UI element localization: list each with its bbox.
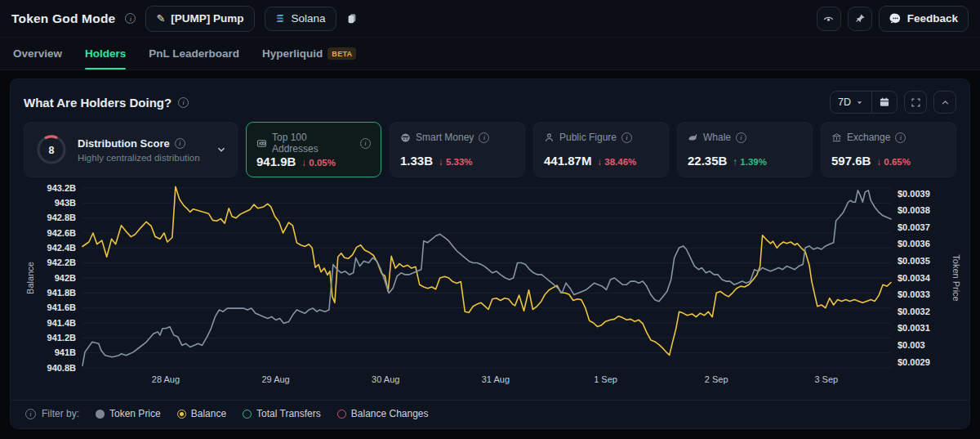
svg-text:941B: 941B xyxy=(55,347,76,357)
stat-card-value: 1.33B xyxy=(400,154,433,168)
svg-text:$0.0034: $0.0034 xyxy=(898,273,931,283)
range-control-group: 7D xyxy=(830,91,898,114)
tab-label: Overview xyxy=(13,47,62,60)
filter-option-label: Token Price xyxy=(109,408,161,419)
chat-bubble-icon xyxy=(889,12,902,25)
info-icon[interactable] xyxy=(360,138,371,149)
svg-text:$0.0037: $0.0037 xyxy=(898,222,930,232)
svg-text:943.2B: 943.2B xyxy=(47,184,77,193)
svg-text:942.6B: 942.6B xyxy=(47,228,77,238)
whale-icon xyxy=(688,132,698,143)
stat-card-value: 597.6B xyxy=(831,154,871,168)
info-icon[interactable] xyxy=(25,409,36,419)
tab-pnl-leaderboard[interactable]: PnL Leaderboard xyxy=(149,38,239,69)
distribution-score-title: Distribution Score xyxy=(78,137,170,150)
filter-option-total-transfers[interactable]: Total Transfers xyxy=(243,408,321,419)
copy-address-button[interactable] xyxy=(346,12,358,25)
stat-card-exchange[interactable]: Exchange 597.6B ↓ 0.65% xyxy=(821,122,956,177)
info-icon[interactable] xyxy=(736,132,746,143)
svg-text:940.8B: 940.8B xyxy=(47,363,77,373)
info-icon[interactable] xyxy=(178,97,189,108)
stat-card-label: Whale xyxy=(703,132,731,143)
eye-icon xyxy=(822,12,835,25)
svg-text:$0.0039: $0.0039 xyxy=(898,189,930,199)
stat-card-label: Smart Money xyxy=(416,132,474,143)
info-icon[interactable] xyxy=(621,132,632,143)
filter-dot-inner xyxy=(180,412,184,416)
svg-text:$0.0029: $0.0029 xyxy=(898,357,930,367)
info-icon[interactable] xyxy=(895,132,906,143)
tab-label: Hyperliquid xyxy=(262,47,323,60)
filter-option-label: Balance xyxy=(191,408,226,419)
filter-option-label: Balance Changes xyxy=(351,408,429,419)
svg-text:Token Price: Token Price xyxy=(951,254,961,301)
pin-icon xyxy=(854,13,866,25)
main-content: What Are Holders Doing? 7D xyxy=(0,70,980,429)
chain-chip[interactable]: Solana xyxy=(265,7,336,31)
filter-dot-balance xyxy=(177,410,186,419)
distribution-score-card[interactable]: 8 Distribution Score Highly centralized … xyxy=(24,122,238,177)
svg-text:942.4B: 942.4B xyxy=(47,243,77,253)
tab-bar: Overview Holders PnL Leaderboard Hyperli… xyxy=(0,38,980,70)
filter-option-balance[interactable]: Balance xyxy=(177,408,226,419)
filter-option-token-price[interactable]: Token Price xyxy=(96,408,161,419)
public-figure-icon xyxy=(544,132,555,143)
stat-card-whale[interactable]: Whale 22.35B ↑ 1.39% xyxy=(677,122,813,177)
range-label: 7D xyxy=(838,96,851,108)
feedback-label: Feedback xyxy=(907,12,958,25)
distribution-score-subtitle: Highly centralized distribution xyxy=(78,153,207,163)
svg-text:28 Aug: 28 Aug xyxy=(152,374,180,384)
top100-icon xyxy=(256,138,267,149)
smart-money-icon xyxy=(400,132,411,143)
tab-label: Holders xyxy=(85,47,126,60)
info-icon[interactable] xyxy=(175,138,185,149)
filter-dot-balance-changes xyxy=(337,410,346,419)
svg-text:$0.0032: $0.0032 xyxy=(898,307,930,316)
stat-card-label: Top 100 Addresses xyxy=(272,132,355,155)
distribution-score-gauge: 8 xyxy=(34,132,69,167)
tab-hyperliquid[interactable]: Hyperliquid BETA xyxy=(262,38,356,69)
filter-dot-total-transfers xyxy=(243,410,252,419)
token-select-button[interactable]: ✎ [PUMP] Pump xyxy=(145,6,254,32)
svg-text:941.4B: 941.4B xyxy=(47,318,77,328)
bank-icon xyxy=(831,132,842,143)
stat-card-change: ↑ 1.39% xyxy=(733,157,767,167)
svg-text:941.8B: 941.8B xyxy=(47,288,77,298)
watchlist-button[interactable] xyxy=(817,7,841,31)
fullscreen-button[interactable] xyxy=(904,91,927,114)
tab-holders[interactable]: Holders xyxy=(85,38,126,69)
filter-option-balance-changes[interactable]: Balance Changes xyxy=(337,408,429,419)
stat-card-smart-money[interactable]: Smart Money 1.33B ↓ 5.33% xyxy=(390,122,525,177)
svg-text:$0.0031: $0.0031 xyxy=(898,323,930,333)
chevron-down-icon[interactable] xyxy=(216,144,227,155)
stat-card-change: ↓ 38.46% xyxy=(597,157,636,167)
feedback-button[interactable]: Feedback xyxy=(879,6,969,32)
svg-text:$0.0036: $0.0036 xyxy=(898,239,930,249)
info-icon[interactable] xyxy=(125,13,136,24)
active-tab-underline xyxy=(85,68,126,69)
copy-icon xyxy=(346,12,358,25)
svg-text:$0.0038: $0.0038 xyxy=(898,205,930,215)
calendar-button[interactable] xyxy=(872,92,897,113)
stat-card-public-figure[interactable]: Public Figure 441.87M ↓ 38.46% xyxy=(533,122,669,177)
svg-text:$0.0035: $0.0035 xyxy=(898,256,930,266)
pin-button[interactable] xyxy=(848,7,872,31)
distribution-score-value: 8 xyxy=(49,145,55,156)
svg-text:943B: 943B xyxy=(55,198,76,208)
stat-card-top-100-addresses[interactable]: Top 100 Addresses 941.9B ↓ 0.05% xyxy=(246,122,381,177)
range-dropdown[interactable]: 7D xyxy=(831,92,871,113)
holders-panel: What Are Holders Doing? 7D xyxy=(10,78,970,429)
panel-title: What Are Holders Doing? xyxy=(24,96,172,110)
svg-text:941.6B: 941.6B xyxy=(47,302,77,312)
svg-text:942.2B: 942.2B xyxy=(47,258,77,267)
collapse-button[interactable] xyxy=(933,91,956,114)
info-icon[interactable] xyxy=(479,132,489,143)
tab-overview[interactable]: Overview xyxy=(13,38,62,69)
stat-card-change: ↓ 5.33% xyxy=(439,157,473,167)
calendar-icon xyxy=(879,96,890,108)
svg-text:Balance: Balance xyxy=(25,262,35,294)
stat-card-value: 22.35B xyxy=(688,154,727,168)
holders-chart[interactable]: 943.2B943B942.8B942.6B942.4B942.2B942B94… xyxy=(11,184,969,398)
top-header: Token God Mode ✎ [PUMP] Pump Solana xyxy=(0,0,980,38)
token-name: [PUMP] Pump xyxy=(171,12,243,25)
